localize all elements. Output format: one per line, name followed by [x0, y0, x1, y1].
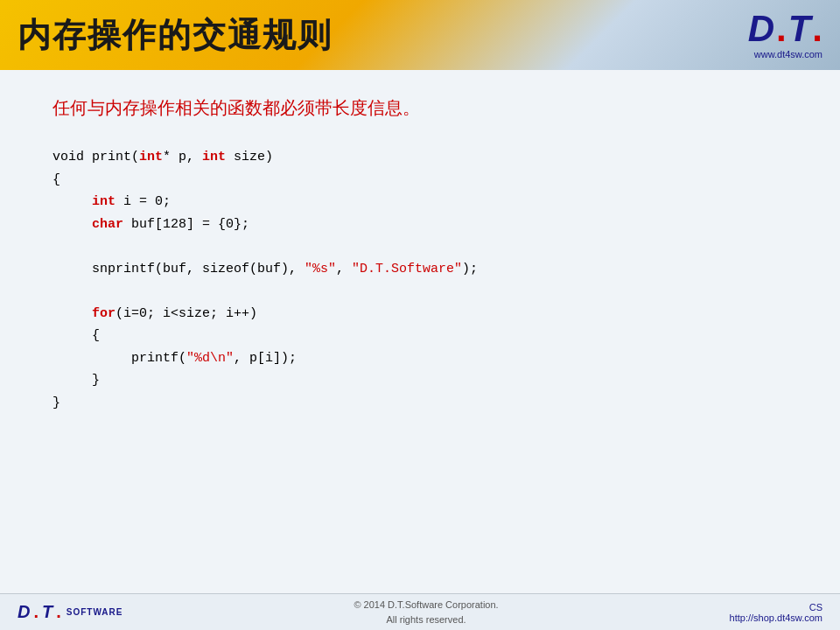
code-line-4: char buf[128] = {0}; — [52, 214, 788, 236]
copyright-line1: © 2014 D.T.Software Corporation. — [354, 598, 498, 612]
subtitle-text: 任何与内存操作相关的函数都必须带长度信息。 — [52, 96, 788, 120]
code-line-12: } — [52, 392, 788, 415]
logo-t: T — [788, 10, 811, 47]
logo-d: D — [748, 10, 774, 47]
code-line-5 — [52, 235, 788, 258]
footer-logo-dot1: . — [33, 602, 38, 622]
logo: D . T . — [748, 10, 822, 47]
footer-copyright: © 2014 D.T.Software Corporation. All rig… — [354, 598, 498, 626]
header: 内存操作的交通规则 D . T . www.dt4sw.com — [0, 0, 840, 70]
logo-area: D . T . www.dt4sw.com — [748, 10, 822, 60]
main-content: 任何与内存操作相关的函数都必须带长度信息。 void print(int* p,… — [0, 70, 840, 593]
logo-website: www.dt4sw.com — [754, 49, 822, 60]
footer-logo-t: T — [42, 602, 52, 622]
code-line-6: snprintf(buf, sizeof(buf), "%s", "D.T.So… — [52, 258, 788, 281]
code-line-8: for(i=0; i<size; i++) — [52, 303, 788, 326]
code-line-10: printf("%d\n", p[i]); — [52, 347, 788, 370]
code-line-7 — [52, 280, 788, 303]
code-block: void print(int* p, int size) { int i = 0… — [52, 146, 788, 414]
footer-logo-software: SOFTWARE — [66, 607, 123, 617]
page-title: 内存操作的交通规则 — [18, 13, 332, 58]
code-line-9: { — [52, 325, 788, 347]
footer-right: CS http://shop.dt4sw.com — [730, 602, 822, 623]
footer: D . T . SOFTWARE © 2014 D.T.Software Cor… — [0, 593, 840, 630]
footer-page-info: CS — [730, 602, 822, 612]
code-line-1: void print(int* p, int size) — [52, 146, 788, 169]
code-line-11: } — [52, 369, 788, 392]
footer-logo-dot2: . — [56, 602, 61, 622]
code-line-3: int i = 0; — [52, 191, 788, 214]
logo-dot1: . — [776, 10, 787, 47]
footer-logo: D . T . SOFTWARE — [18, 602, 122, 622]
logo-dot2: . — [812, 10, 822, 47]
copyright-line2: All rights reserved. — [354, 612, 498, 627]
footer-url: http://shop.dt4sw.com — [730, 612, 822, 623]
code-line-2: { — [52, 169, 788, 192]
footer-logo-d: D — [18, 602, 30, 622]
